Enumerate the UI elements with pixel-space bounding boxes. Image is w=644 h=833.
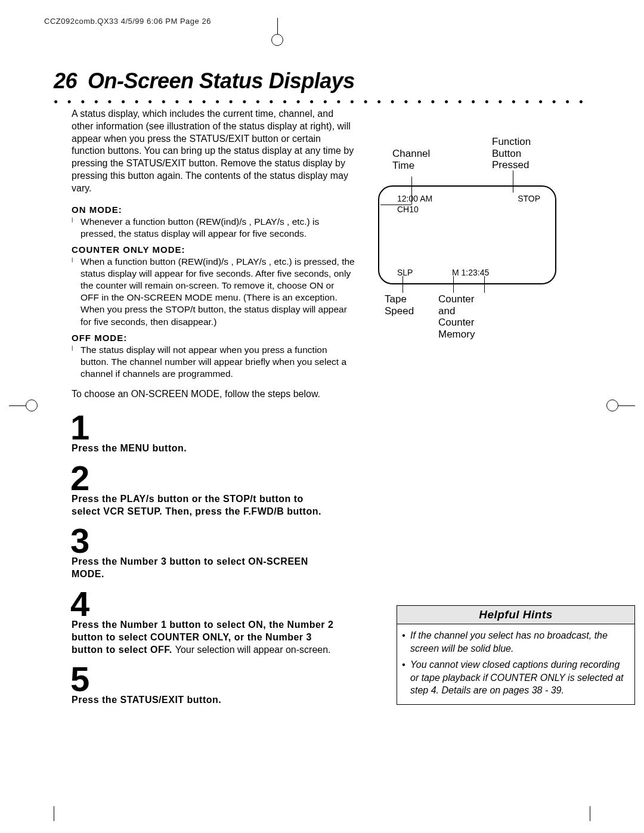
print-meta-header: CCZ092comb.QX33 4/5/99 6:06 PM Page 26 (44, 17, 211, 26)
screen-channel: CH10 (397, 205, 419, 214)
step-5-number: 5 (70, 662, 355, 696)
status-display-diagram: Channel Time Function Button Pressed Tap… (370, 148, 578, 374)
helpful-hints-heading: Helpful Hints (397, 606, 634, 624)
label-tape-speed: Tape Speed (385, 293, 414, 317)
screen-counter: M 1:23:45 (452, 268, 489, 277)
counter-mode-body: When a function button (REW(ind)/s , PLA… (80, 256, 355, 328)
tv-screen-outline: 12:00 AM STOP CH10 SLP M 1:23:45 (378, 185, 556, 284)
counter-mode-heading: COUNTER ONLY MODE: (72, 244, 355, 255)
intro-paragraph: A status display, which includes the cur… (72, 108, 355, 195)
screen-time: 12:00 AM (397, 194, 432, 203)
step-5-text: Press the STATUS/EXIT button. (72, 695, 221, 705)
step-1-text: Press the MENU button. (72, 443, 187, 453)
hint-item: You cannot view closed captions during r… (410, 658, 626, 697)
helpful-hints-box: Helpful Hints If the channel you select … (397, 605, 635, 705)
step-2-text: Press the PLAY/s button or the STOP/t bu… (72, 494, 321, 516)
crop-mark-bottom-left (54, 806, 54, 821)
on-mode-heading: ON MODE: (72, 205, 355, 215)
crop-mark-left (9, 400, 38, 411)
screen-stop: STOP (518, 194, 540, 203)
crop-mark-bottom-right (590, 806, 590, 821)
off-mode-heading: OFF MODE: (72, 333, 355, 343)
follow-steps-text: To choose an ON-SCREEN MODE, follow the … (72, 388, 355, 401)
hint-item: If the channel you select has no broadca… (410, 629, 626, 655)
dotted-rule: ● ● ● ● ● ● ● ● ● ● ● ● ● ● ● ● ● ● ● ● … (54, 97, 590, 106)
step-4-number: 4 (70, 587, 355, 621)
label-counter-memory: Counter and Counter Memory (438, 293, 475, 340)
off-mode-body: The status display will not appear when … (80, 344, 355, 380)
title-text: On-Screen Status Displays (88, 69, 355, 93)
step-1-number: 1 (70, 410, 355, 445)
screen-tape-speed: SLP (397, 268, 413, 277)
on-mode-body: Whenever a function button (REW(ind)/s ,… (80, 216, 355, 240)
page-number: 26 (54, 69, 77, 93)
step-4-text: Press the Number 1 button to select ON, … (72, 619, 334, 656)
label-function-button: Function Button Pressed (492, 136, 531, 171)
page-title: 26On-Screen Status Displays (54, 69, 590, 94)
step-2-number: 2 (70, 461, 355, 496)
step-3-number: 3 (70, 524, 355, 558)
step-3-text: Press the Number 3 button to select ON-S… (72, 556, 308, 579)
crop-mark-right (606, 400, 635, 411)
label-channel-time: Channel Time (392, 148, 430, 171)
crop-mark-top (271, 18, 283, 46)
